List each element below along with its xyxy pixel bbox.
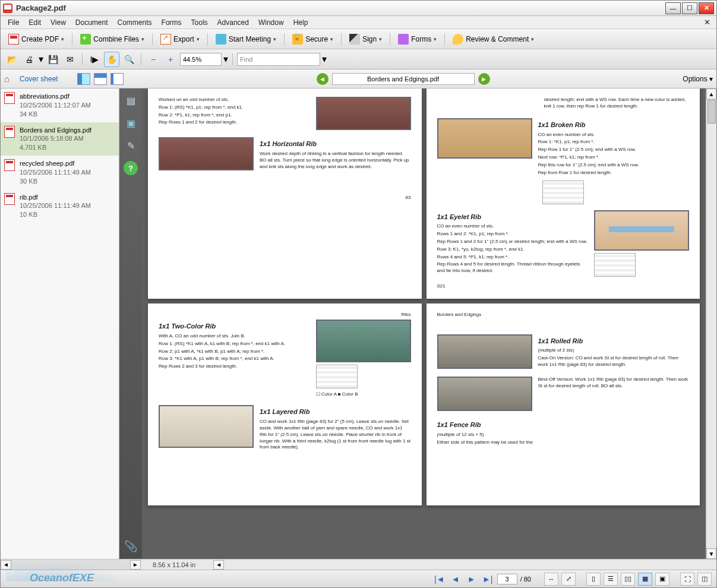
scroll-down-button[interactable]: ▼ <box>706 548 716 559</box>
marquee-zoom-tool[interactable]: 🔍 <box>121 52 137 67</box>
select-tool[interactable]: I▶ <box>87 52 102 67</box>
pdf-page: desired length; end with a WS row. Each … <box>427 88 700 299</box>
menu-tools[interactable]: Tools <box>187 17 213 28</box>
sign-button[interactable]: Sign▾ <box>345 31 386 47</box>
two-up-button[interactable]: ▯▯ <box>621 573 635 586</box>
document-viewport[interactable]: Worked on an odd number of sts. Row 1: (… <box>142 88 706 559</box>
export-button[interactable]: Export▾ <box>156 31 204 47</box>
scroll-left-button[interactable]: ◄ <box>1 560 11 570</box>
menu-window[interactable]: Window <box>254 17 289 28</box>
pages-panel-button[interactable]: ▤ <box>124 93 138 108</box>
menu-advanced[interactable]: Advanced <box>213 17 254 28</box>
forms-icon <box>398 34 409 45</box>
maximize-button[interactable]: ☐ <box>682 2 697 14</box>
swatch-image <box>437 118 532 159</box>
create-pdf-button[interactable]: Create PDF▾ <box>4 31 68 47</box>
pdf-icon <box>8 34 19 45</box>
fullscreen-button[interactable]: ◫ <box>697 573 712 586</box>
menu-edit[interactable]: Edit <box>24 17 46 28</box>
page-number-input[interactable] <box>497 574 517 584</box>
knitting-chart <box>594 253 636 277</box>
inner-scroll-left[interactable]: ◄ <box>213 560 224 570</box>
page-size-label: 8.56 x 11.04 in <box>153 561 195 568</box>
signatures-panel-button[interactable]: ✎ <box>124 138 138 153</box>
start-meeting-button[interactable]: Start Meeting▾ <box>211 31 280 47</box>
review-comment-button[interactable]: Review & Comment▾ <box>448 31 538 47</box>
file-toolbar: 📂 🖨▾ 💾 ✉ I▶ ✋ 🔍 − + ▾ Find▾ <box>1 49 716 69</box>
email-button[interactable]: ✉ <box>62 52 78 67</box>
prev-page-button[interactable]: ◄ <box>449 573 462 586</box>
swatch-image <box>594 210 689 251</box>
combine-files-button[interactable]: Combine Files▾ <box>76 31 149 47</box>
pdf-page: Ribs 1x1 Two-Color Rib With A, CO an odd… <box>148 304 422 505</box>
horizontal-scrollbar[interactable] <box>11 560 130 570</box>
options-menu[interactable]: Options ▾ <box>683 75 713 83</box>
scroll-thumb[interactable] <box>707 100 716 124</box>
scroll-up-button[interactable]: ▲ <box>706 88 716 99</box>
menu-close-doc[interactable]: ✕ <box>700 17 714 28</box>
combine-icon <box>80 34 91 45</box>
zoom-input[interactable] <box>180 53 222 66</box>
export-icon <box>160 34 171 45</box>
menu-comments[interactable]: Comments <box>113 17 157 28</box>
page-total-label: / 80 <box>520 576 531 583</box>
swatch-image <box>316 97 411 130</box>
close-button[interactable]: ✕ <box>699 2 714 14</box>
next-doc-button[interactable]: ► <box>478 73 490 85</box>
file-item-selected[interactable]: Borders and Edgings.pdf 10/1/2006 5:18:0… <box>1 122 119 156</box>
swatch-image <box>159 405 254 448</box>
menu-view[interactable]: View <box>46 17 71 28</box>
bookmarks-panel-button[interactable]: ▣ <box>124 116 138 130</box>
vertical-scrollbar[interactable]: ▲ ▼ <box>706 88 716 559</box>
zoom-in-button[interactable]: + <box>163 52 178 67</box>
fit-width-button[interactable]: ↔ <box>544 573 558 586</box>
zoom-out-button[interactable]: − <box>146 52 161 67</box>
pdf-file-icon <box>4 92 15 104</box>
minimize-button[interactable]: — <box>665 2 681 14</box>
swatch-image <box>159 137 254 170</box>
open-button[interactable]: 📂 <box>4 52 20 67</box>
pdf-page: Borders and Edgings 1x1 Rolled Rib (mult… <box>427 304 700 505</box>
layout-left-button[interactable] <box>77 73 90 85</box>
scroll-right-button[interactable]: ► <box>130 560 141 570</box>
package-navbar: ⌂ Cover sheet ◄ Borders and Edgings.pdf … <box>1 69 716 88</box>
file-item[interactable]: rib.pdf 10/25/2006 11:11:49 AM 10 KB <box>1 189 119 223</box>
print-button[interactable]: 🖨 <box>21 52 37 67</box>
prev-doc-button[interactable]: ◄ <box>317 73 329 85</box>
fit-page-button[interactable]: ⤢ <box>561 573 576 586</box>
first-page-button[interactable]: |◄ <box>433 573 446 586</box>
next-page-button[interactable]: ► <box>465 573 478 586</box>
forms-button[interactable]: Forms▾ <box>394 31 441 47</box>
home-icon[interactable]: ⌂ <box>4 74 16 84</box>
layout-min-button[interactable] <box>110 73 124 85</box>
nav-panel-strip: ▤ ▣ ✎ ? 📎 <box>119 88 142 559</box>
status-row: ◄ ► 8.56 x 11.04 in ◄ <box>1 559 716 570</box>
current-doc-name: Borders and Edgings.pdf <box>332 73 475 85</box>
view-mode-button[interactable]: ▣ <box>655 573 669 586</box>
swatch-image <box>316 320 411 362</box>
find-input[interactable]: Find <box>237 53 320 66</box>
attachments-panel-button[interactable]: 📎 <box>124 540 137 553</box>
lock-icon <box>292 34 303 45</box>
single-continuous-button[interactable]: ☰ <box>604 573 618 586</box>
how-to-panel-button[interactable]: ? <box>124 161 138 175</box>
menu-file[interactable]: File <box>3 17 24 28</box>
menu-forms[interactable]: Forms <box>157 17 187 28</box>
two-up-continuous-button[interactable]: ▦ <box>638 573 652 586</box>
save-button[interactable]: 💾 <box>45 52 61 67</box>
file-item[interactable]: recycled sheep.pdf 10/25/2006 11:11:49 A… <box>1 156 119 189</box>
pdf-file-icon <box>4 159 15 171</box>
file-item[interactable]: abbreviations.pdf 10/25/2006 11:12:07 AM… <box>1 88 119 122</box>
menu-help[interactable]: Help <box>289 17 313 28</box>
pdf-file-icon <box>4 126 15 138</box>
secure-button[interactable]: Secure▾ <box>288 31 337 47</box>
layout-top-button[interactable] <box>94 73 107 85</box>
menu-document[interactable]: Document <box>71 17 113 28</box>
cover-sheet-link[interactable]: Cover sheet <box>20 75 58 83</box>
reading-mode-button[interactable]: ⛶ <box>680 573 694 586</box>
swatch-image <box>437 377 532 411</box>
hand-tool[interactable]: ✋ <box>104 52 119 67</box>
last-page-button[interactable]: ►| <box>481 573 494 586</box>
single-page-button[interactable]: ▯ <box>586 573 601 586</box>
comment-icon <box>453 34 463 45</box>
